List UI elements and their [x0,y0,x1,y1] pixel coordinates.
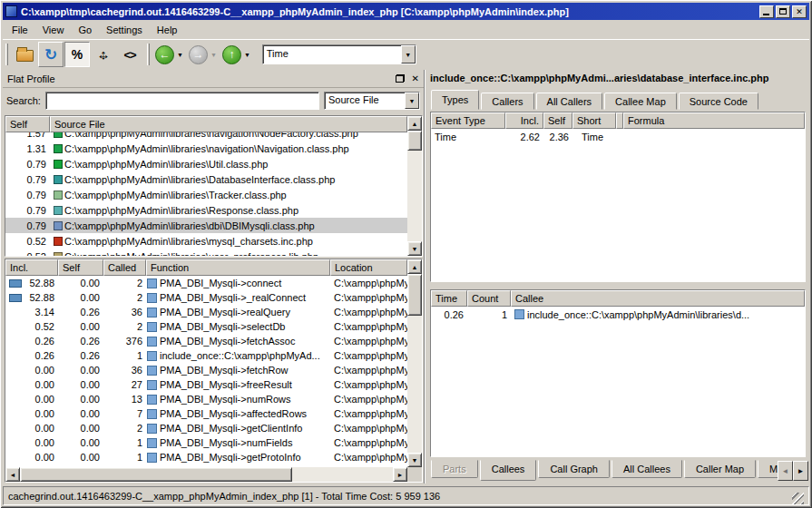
scrollbar-thumb[interactable] [20,467,292,482]
tab-callers[interactable]: Callers [481,93,533,110]
maximize-button[interactable] [776,5,790,18]
search-input[interactable] [45,92,319,110]
minimize-button[interactable] [759,5,774,18]
tab-call-graph[interactable]: Call Graph [538,460,610,478]
tab-parts[interactable]: Parts [431,460,478,478]
column-header-incl[interactable]: Incl. [5,259,58,276]
types-table-body: Time2.622.36Time [431,129,805,281]
scrollbar-thumb[interactable] [407,131,422,151]
function-cell: PMA_DBI_Mysqli->fetchRow [146,365,330,376]
tab-scroll-left-icon[interactable]: ◄ [778,461,793,481]
called-value: 2 [103,278,146,288]
column-header-called[interactable]: Called [103,259,146,276]
move-button[interactable]: ↔↕ [91,42,116,67]
forward-button[interactable]: → [189,45,208,64]
table-row[interactable]: 0.79C:\xampp\phpMyAdmin\libraries\dbi\DB… [5,218,407,233]
menu-item-file[interactable]: File [5,23,35,37]
column-header-function[interactable]: Function [146,259,330,276]
table-row[interactable]: 0.260.26376PMA_DBI_Mysqli->fetchAssocC:\… [5,334,407,348]
column-header-self[interactable]: Self [543,112,572,129]
title-bar[interactable]: C:\xampp\tmp\cachegrind.out.1416463299-C… [3,3,809,20]
table-row[interactable]: 0.000.0013PMA_DBI_Mysqli->numRowsC:\xamp… [5,392,407,406]
table-row[interactable]: 1.57C:\xampp\phpMyAdmin\libraries\naviga… [5,132,407,141]
scrollbar-thumb[interactable] [407,274,422,316]
scroll-down-icon[interactable]: ▼ [407,241,422,256]
event-type-dropdown-button[interactable]: ▼ [401,45,416,64]
tab-scroll-right-icon[interactable]: ► [793,461,808,481]
tab-caller-map[interactable]: Caller Map [684,460,756,478]
self-value: 0.79 [5,205,50,216]
group-combobox[interactable]: Source File ▼ [324,92,420,110]
table-row[interactable]: 0.52C:\xampp\phpMyAdmin\libraries\user_p… [5,249,407,256]
table-row[interactable]: 0.000.001PMA_DBI_Mysqli->getProtoInfoC:\… [5,450,407,464]
table-row[interactable]: 0.79C:\xampp\phpMyAdmin\libraries\Respon… [5,202,407,218]
table-row[interactable]: 3.140.2636PMA_DBI_Mysqli->realQueryC:\xa… [5,305,407,319]
table-row[interactable]: 0.520.002PMA_DBI_Mysqli->selectDbC:\xamp… [5,319,407,334]
dock-float-icon[interactable] [396,74,405,83]
scroll-left-icon[interactable]: ◄ [5,467,20,482]
toolbar-handle[interactable] [5,44,8,65]
column-header-incl[interactable]: Incl. [505,112,543,129]
function-table-hscrollbar[interactable]: ◄ ► [5,467,407,482]
table-row[interactable]: 0.000.001PMA_DBI_Mysqli->numFieldsC:\xam… [5,435,407,450]
callees-table-header: Time Count Callee [431,290,805,307]
menu-item-go[interactable]: Go [71,23,99,37]
table-row[interactable]: 0.79C:\xampp\phpMyAdmin\libraries\Util.c… [5,156,407,171]
table-row[interactable]: 1.31C:\xampp\phpMyAdmin\libraries\naviga… [5,141,407,156]
column-header-time[interactable]: Time [431,290,467,307]
scroll-up-icon[interactable]: ▲ [407,116,422,131]
table-row[interactable]: 52.880.002PMA_DBI_Mysqli->_realConnectC:… [5,290,407,305]
menu-item-view[interactable]: View [35,23,72,37]
table-row[interactable]: 52.880.002PMA_DBI_Mysqli->connectC:\xamp… [5,276,407,290]
back-button[interactable]: ← [155,45,174,64]
tab-source-code[interactable]: Source Code [679,93,758,110]
column-header-event-type[interactable]: Event Type [431,112,505,129]
function-icon [147,308,157,318]
tab-types[interactable]: Types [431,90,479,110]
column-header-self[interactable]: Self [58,259,103,276]
up-button[interactable]: ↑ [222,45,241,64]
up-dropdown[interactable]: ▼ [241,52,253,58]
dock-close-icon[interactable]: ✕ [412,73,419,83]
column-header-source-file[interactable]: Source File [50,116,407,132]
table-row[interactable]: 0.000.002PMA_DBI_Mysqli->getClientInfoC:… [5,421,407,435]
scroll-right-icon[interactable]: ► [393,467,407,482]
scroll-down-icon[interactable]: ▼ [407,453,422,467]
back-dropdown[interactable]: ▼ [174,52,186,58]
table-row[interactable]: Time2.622.36Time [431,129,805,144]
menu-item-settings[interactable]: Settings [99,23,150,37]
table-row[interactable]: 0.000.0027PMA_DBI_Mysqli->freeResultC:\x… [5,377,407,392]
group-dropdown-button[interactable]: ▼ [405,93,419,109]
column-header-formula[interactable]: Formula [623,112,805,129]
resize-grip[interactable] [792,493,804,504]
menu-item-help[interactable]: Help [150,23,185,37]
table-row[interactable]: 0.261include_once::C:\xampp\phpMyAdmin\l… [431,307,805,322]
close-button[interactable]: ✕ [792,5,807,18]
table-row[interactable]: 0.000.007PMA_DBI_Mysqli->affectedRowsC:\… [5,406,407,421]
event-type-combobox[interactable]: Time ▼ [262,44,416,64]
tab-all-callers[interactable]: All Callers [536,93,603,110]
reload-button[interactable]: ↻ [38,42,64,67]
forward-dropdown[interactable]: ▼ [208,52,220,58]
column-header-count[interactable]: Count [467,290,511,307]
tab-all-callees[interactable]: All Callees [611,460,682,478]
tab-callees[interactable]: Callees [480,460,537,481]
table-row[interactable]: 0.260.261include_once::C:\xampp\phpMyAd.… [5,348,407,363]
function-table-vscrollbar[interactable]: ▲ ▼ [407,259,422,482]
source-table-vscrollbar[interactable]: ▲ ▼ [407,116,422,256]
column-header-location[interactable]: Location [330,259,407,276]
table-row[interactable]: 0.79C:\xampp\phpMyAdmin\libraries\Tracke… [5,187,407,202]
column-header-callee[interactable]: Callee [511,290,805,307]
file-color-icon [54,190,63,200]
open-file-button[interactable] [12,42,37,67]
column-header-self[interactable]: Self [5,116,50,132]
percent-toggle-button[interactable]: % [64,42,90,67]
table-row[interactable]: 0.000.0036PMA_DBI_Mysqli->fetchRowC:\xam… [5,363,407,377]
incl-value: 52.88 [24,292,54,303]
column-header-short[interactable]: Short [572,112,616,129]
expand-button[interactable]: <> [117,42,142,67]
tab-callee-map[interactable]: Callee Map [604,93,677,110]
table-row[interactable]: 0.52C:\xampp\phpMyAdmin\libraries\mysql_… [5,233,407,249]
table-row[interactable]: 0.79C:\xampp\phpMyAdmin\libraries\Databa… [5,171,407,187]
scroll-up-icon[interactable]: ▲ [407,259,422,274]
